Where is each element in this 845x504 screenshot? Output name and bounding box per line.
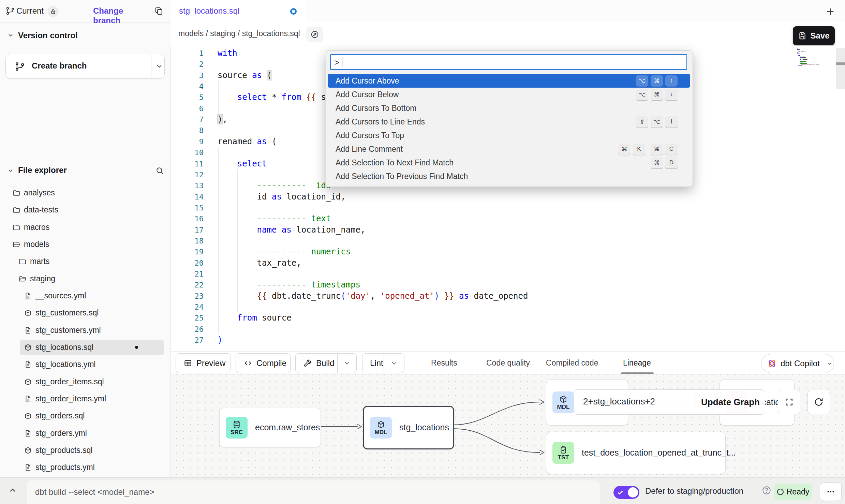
version-control-section-header[interactable]: Version control — [0, 31, 171, 43]
tab-lineage[interactable]: Lineage — [623, 358, 651, 368]
status-label: Ready — [787, 487, 809, 496]
file-row-data-tests[interactable]: data-tests — [0, 202, 171, 219]
tab-results[interactable]: Results — [431, 358, 457, 368]
command-item[interactable]: Add Selection To Next Find Match⌘D — [328, 156, 690, 169]
command-palette-input[interactable]: > — [330, 54, 687, 70]
file-row-stg_orders-yml[interactable]: stg_orders.yml — [0, 425, 171, 442]
command-label: Add Cursors to Line Ends — [336, 117, 425, 127]
code-text: name as location_name, — [218, 224, 366, 236]
floppy-disk-icon — [798, 31, 807, 40]
command-item[interactable]: Add Selection To Previous Find Match — [328, 169, 690, 183]
key-chip: ↑ — [665, 75, 678, 87]
file-name: stg_order_items.sql — [35, 377, 104, 386]
command-item[interactable]: Add Line Comment⌘K⌘C — [328, 142, 690, 156]
preview-button[interactable]: Preview — [176, 353, 231, 373]
help-icon[interactable] — [761, 485, 772, 495]
code-line: 14 id as location_id, — [171, 191, 819, 203]
file-row-stg_customers-yml[interactable]: stg_customers.yml — [0, 322, 171, 339]
line-number: 27 — [171, 335, 204, 346]
file-name: stg_customers.sql — [35, 308, 99, 317]
command-input[interactable]: dbt build --select <model_name> — [27, 480, 600, 504]
command-item[interactable]: Add Cursors To Top — [328, 129, 690, 142]
line-number: 14 — [171, 191, 204, 203]
defer-toggle[interactable] — [613, 486, 639, 499]
refresh-button[interactable] — [807, 390, 830, 414]
file-row-stg_order_items-yml[interactable]: stg_order_items.yml — [0, 390, 171, 407]
file-row-models[interactable]: models — [0, 236, 171, 253]
code-line: 26 — [171, 324, 819, 335]
chevron-down-icon[interactable] — [338, 359, 356, 367]
button-divider — [151, 54, 151, 78]
line-number: 7 — [171, 114, 204, 125]
dbt-ide-window: Current Change branch Version control Cr… — [0, 0, 845, 504]
code-text: renamed as ( — [218, 136, 277, 147]
button-label: Build — [316, 358, 334, 368]
chevron-down-icon[interactable] — [155, 62, 164, 71]
more-options-button[interactable] — [820, 483, 842, 501]
minimap[interactable] — [797, 48, 838, 116]
code-line: 19 ---------- numerics — [171, 246, 819, 257]
create-branch-button[interactable]: Create branch — [5, 54, 165, 79]
update-graph-button[interactable]: Update Graph — [696, 389, 765, 415]
status-bar: dbt build --select <model_name> Defer to… — [0, 477, 845, 504]
code-text: ---------- timestamps — [218, 279, 360, 291]
code-line: 18 — [171, 235, 819, 247]
lineage-selector-input[interactable]: 2+stg_locations+2 — [574, 389, 696, 415]
search-icon[interactable] — [155, 166, 165, 176]
file-row-stg_products-sql[interactable]: stg_products.sql — [0, 442, 171, 459]
minimap-line — [802, 51, 803, 51]
chevron-down-icon[interactable] — [384, 359, 404, 367]
command-item[interactable]: Add Cursors To Bottom — [328, 101, 690, 115]
document-icon — [24, 463, 32, 472]
file-name: stg_locations.sql — [35, 343, 93, 352]
change-branch-link[interactable]: Change branch — [93, 6, 148, 25]
minimap-line — [801, 57, 802, 58]
file-row-stg_locations-yml[interactable]: stg_locations.yml — [0, 356, 171, 373]
new-tab-button[interactable] — [824, 5, 837, 18]
lint-button[interactable]: Lint — [362, 353, 404, 373]
code-text: select — [218, 158, 267, 169]
minimap-line — [798, 55, 800, 56]
file-row-marts[interactable]: marts — [0, 253, 171, 270]
lineage-panel[interactable]: SRCecom.raw_storesMDLstg_locationsMDLloc… — [171, 374, 845, 477]
code-line: 15 — [171, 202, 819, 213]
file-name: stg_locations.yml — [35, 360, 95, 369]
minimap-line — [803, 51, 804, 51]
file-row-stg_products-yml[interactable]: stg_products.yml — [0, 459, 171, 476]
code-line: 20 tax_rate, — [171, 257, 819, 269]
command-item[interactable]: Add Cursors to Line Ends⇧⌥I — [328, 115, 690, 129]
file-row-staging[interactable]: staging — [0, 270, 171, 287]
tab-stg-locations-sql[interactable]: stg_locations.sql — [171, 0, 307, 22]
dbt-copilot-button[interactable]: dbt Copilot — [761, 354, 834, 373]
compile-button[interactable]: Compile — [236, 353, 291, 373]
fullscreen-button[interactable] — [778, 390, 800, 414]
file-name: stg_orders.sql — [35, 411, 85, 420]
lineage-node-stg_locations[interactable]: MDLstg_locations — [363, 406, 454, 449]
build-button[interactable]: Build — [295, 353, 357, 373]
tab-compiled-code[interactable]: Compiled code — [546, 358, 598, 368]
lineage-node-test_does_location_opened_at_trunc_t-[interactable]: TSTtest_does_location_opened_at_trunc_t.… — [546, 432, 726, 474]
file-row-__sources-yml[interactable]: __sources.yml — [0, 287, 171, 305]
code-line: 25 from source — [171, 312, 819, 324]
chevron-up-icon[interactable] — [8, 485, 18, 495]
scrollbar-thumb[interactable] — [836, 48, 845, 89]
chevron-down-icon — [7, 31, 14, 39]
breadcrumb[interactable]: models / staging / stg_locations.sql — [178, 29, 300, 38]
file-explorer-section-header[interactable]: File explorer — [0, 165, 171, 178]
tab-code-quality[interactable]: Code quality — [486, 358, 530, 368]
lineage-node-ecom-raw_stores[interactable]: SRCecom.raw_stores — [219, 408, 321, 447]
file-row-stg_orders-sql[interactable]: stg_orders.sql — [0, 407, 171, 425]
file-row-stg_locations-sql[interactable]: stg_locations.sql — [0, 339, 171, 356]
file-row-macros[interactable]: macros — [0, 219, 171, 236]
save-button[interactable]: Save — [793, 26, 835, 45]
file-row-stg_customers-sql[interactable]: stg_customers.sql — [0, 305, 171, 322]
compass-icon[interactable] — [306, 27, 323, 42]
file-row-analyses[interactable]: analyses — [0, 184, 171, 202]
cube-icon — [24, 343, 32, 352]
command-text: dbt build --select <model_name> — [35, 487, 154, 497]
command-item[interactable]: Add Cursor Below⌥⌘↓ — [328, 88, 690, 101]
copy-icon[interactable] — [154, 6, 164, 16]
file-row-stg_order_items-sql[interactable]: stg_order_items.sql — [0, 373, 171, 390]
active-tab-underline — [621, 372, 654, 374]
command-item-selected[interactable]: Add Cursor Above⌥⌘↑ — [328, 74, 690, 88]
